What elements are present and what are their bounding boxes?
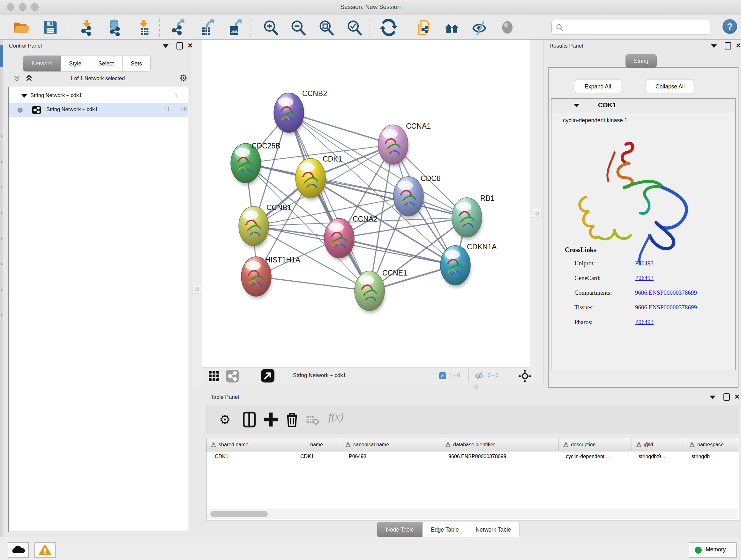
tab-edge-table[interactable]: Edge Table [422, 522, 467, 538]
tab-node-table[interactable]: Node Table [377, 522, 422, 538]
table-options-gear-icon[interactable]: ⚙ [219, 411, 236, 428]
collection-label: String Network – cdk1 [30, 92, 82, 98]
hide-selected-eye-icon[interactable] [471, 19, 488, 36]
column-type-icon [446, 442, 451, 447]
clear-table-icon[interactable] [306, 411, 320, 428]
table-cell[interactable]: 9606.ENSP00000378699 [440, 451, 557, 463]
network-type-icon [32, 106, 41, 114]
table-cell[interactable]: CDK1 [206, 451, 292, 463]
tab-select[interactable]: Select [90, 56, 123, 71]
search-box[interactable] [551, 20, 711, 35]
crosslink-link[interactable]: 9606.ENSP00000378699 [635, 289, 697, 296]
sliver-dot [1, 135, 3, 137]
column-header--id[interactable]: @id [632, 438, 685, 451]
grid-view-icon[interactable] [208, 370, 220, 382]
collection-expand-icon[interactable] [21, 94, 27, 98]
tab-style[interactable]: Style [61, 56, 90, 71]
column-header-description[interactable]: description [559, 438, 632, 451]
collection-count: 1 [175, 92, 178, 98]
selected-nodes-checkbox[interactable]: ✓ [439, 372, 446, 379]
warning-status-button[interactable] [35, 543, 56, 558]
results-panel-close-icon[interactable]: × [736, 42, 741, 49]
apply-layout-icon[interactable] [381, 19, 397, 36]
tab-network[interactable]: Network [23, 56, 61, 71]
tab-network-table[interactable]: Network Table [467, 522, 520, 538]
crosslink-link[interactable]: P06493 [635, 319, 654, 326]
column-header-canonical-name[interactable]: canonical name [341, 438, 441, 451]
delete-column-icon[interactable] [284, 411, 300, 428]
network-node[interactable] [295, 159, 326, 200]
tab-string[interactable]: String [625, 54, 657, 68]
node-table[interactable]: shared namenamecanonical namedatabase id… [206, 438, 739, 520]
network-options-gear-icon[interactable]: ⚙ [179, 73, 187, 83]
import-network-database-icon[interactable] [107, 19, 123, 36]
table-cell[interactable]: cyclin-dependent ... [557, 451, 630, 463]
show-all-eye-icon[interactable] [499, 19, 516, 36]
column-header-namespace[interactable]: namespace [685, 438, 741, 451]
add-column-icon[interactable] [263, 411, 279, 428]
table-hscrollbar-thumb[interactable] [210, 511, 268, 517]
network-collection-row[interactable]: String Network – cdk1 1 [9, 89, 188, 103]
table-cell[interactable]: P06493 [340, 451, 440, 463]
control-panel-maximize-icon[interactable] [177, 42, 183, 50]
table-panel-maximize-icon[interactable] [724, 393, 730, 401]
search-input[interactable] [566, 21, 708, 33]
left-splitter-handle[interactable] [192, 285, 201, 294]
hidden-eye-icon[interactable] [474, 372, 484, 380]
right-splitter-handle[interactable] [533, 209, 542, 218]
crosslink-link[interactable]: 9606.ENSP00000378699 [635, 304, 697, 311]
column-header-name[interactable]: name [292, 438, 341, 451]
table-row[interactable]: CDK1CDK1P064939606.ENSP00000378699cyclin… [206, 451, 739, 463]
network-node[interactable] [324, 219, 355, 260]
export-image-icon[interactable] [226, 19, 242, 36]
memory-button[interactable]: Memory [689, 543, 737, 558]
network-node[interactable] [441, 246, 471, 288]
cloud-status-button[interactable] [8, 543, 29, 558]
crosslink-link[interactable]: P06493 [635, 260, 654, 267]
tab-sets[interactable]: Sets [123, 56, 151, 71]
network-node[interactable] [452, 198, 482, 240]
export-table-icon[interactable] [198, 19, 214, 36]
new-network-from-selection-icon[interactable] [416, 19, 433, 36]
zoom-selected-icon[interactable] [346, 19, 362, 36]
column-header-shared-name[interactable]: shared name [206, 438, 292, 451]
help-button[interactable]: ? [723, 19, 737, 34]
collapse-all-button[interactable]: Collapse All [646, 79, 694, 94]
show-columns-icon[interactable] [241, 411, 258, 428]
zoom-in-icon[interactable] [262, 19, 279, 36]
network-canvas[interactable]: CCNB2CCNA1CDC25BCDK1CDC6RB1CCNB1CCNA2CDK… [202, 40, 530, 367]
save-session-icon[interactable] [42, 19, 59, 36]
function-builder-icon[interactable]: f(x) [328, 411, 343, 423]
protein-header-row[interactable]: CDK1 [551, 99, 735, 113]
network-node[interactable] [239, 206, 269, 248]
export-network-icon[interactable] [169, 19, 186, 36]
expand-all-button[interactable]: Expand All [575, 79, 621, 94]
zoom-fit-icon[interactable] [318, 19, 334, 36]
open-in-window-icon[interactable] [261, 369, 274, 382]
left-splitter[interactable] [192, 40, 202, 390]
protein-collapse-icon[interactable] [574, 104, 580, 107]
network-row-selected[interactable]: String Network – cdk1 11 48 [9, 103, 188, 117]
fit-selection-crosshair-icon[interactable] [518, 369, 532, 383]
network-node[interactable] [274, 93, 305, 135]
graphics-details-icon[interactable] [444, 19, 460, 36]
right-splitter[interactable] [531, 40, 543, 390]
column-header-database-identifier[interactable]: database identifier [441, 438, 559, 451]
results-panel-maximize-icon[interactable] [725, 42, 731, 50]
table-hscrollbar[interactable] [207, 509, 738, 519]
table-cell[interactable]: stringdb:9... [630, 451, 683, 463]
crosslink-link[interactable]: P06493 [635, 274, 654, 282]
network-node[interactable] [354, 271, 385, 313]
results-panel-float-icon[interactable] [711, 44, 717, 48]
open-file-icon[interactable] [12, 19, 29, 36]
zoom-out-icon[interactable] [290, 19, 307, 36]
table-cell[interactable]: CDK1 [292, 451, 340, 463]
control-panel-float-icon[interactable] [163, 44, 169, 48]
table-panel-close-icon[interactable]: × [735, 393, 739, 400]
import-table-icon[interactable] [135, 19, 152, 36]
table-panel-float-icon[interactable] [710, 395, 716, 399]
import-network-file-icon[interactable] [78, 19, 95, 36]
table-cell[interactable]: stringdb [683, 451, 739, 463]
network-node[interactable] [378, 125, 409, 167]
birdseye-view-icon[interactable] [226, 370, 239, 382]
